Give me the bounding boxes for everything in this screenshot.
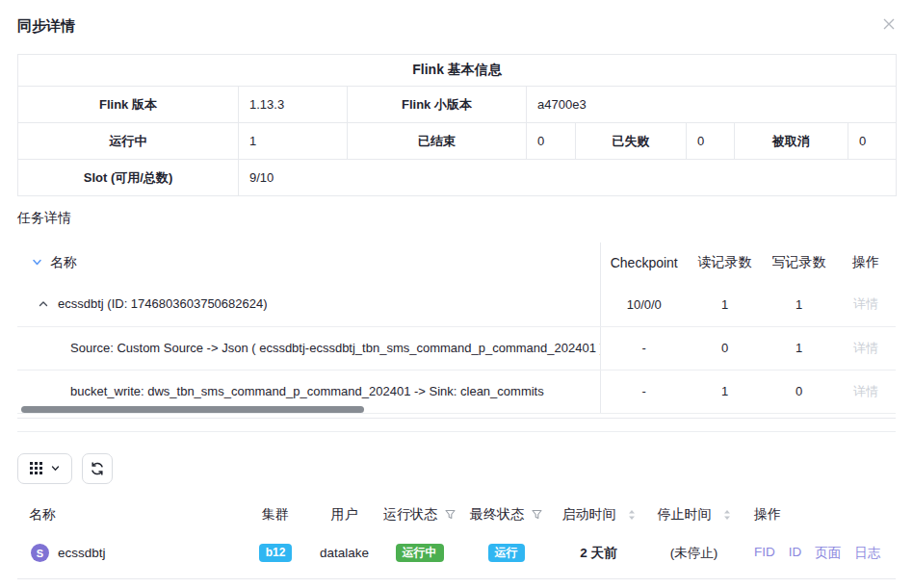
job-table-header-row: 名称 集群 用户 运行状态 最终状态 [17, 501, 896, 528]
refresh-button[interactable] [82, 453, 113, 484]
start-time: 2 天前 [552, 528, 645, 579]
task-table: 名称 Checkpoint 读记录数 写记录数 操作 ecssdbtj (ID:… [17, 243, 896, 414]
run-status-badge: 运行中 [396, 544, 444, 562]
task-col-write: 写记录数 [762, 243, 836, 283]
log-link[interactable]: 日志 [854, 545, 880, 562]
task-read-count: 1 [688, 370, 762, 413]
job-col-final-status: 最终状态 [470, 506, 524, 524]
chevron-up-icon[interactable] [38, 298, 49, 310]
job-col-name: 名称 [17, 501, 241, 528]
toolbar [17, 453, 896, 484]
job-col-cluster: 集群 [241, 501, 310, 528]
table-row: ecssdbtj (ID: 1746803603750682624) 10/0/… [17, 283, 896, 326]
task-name: Source: Custom Source -> Json ( ecssdbtj… [17, 326, 600, 370]
task-table-wrap: 名称 Checkpoint 读记录数 写记录数 操作 ecssdbtj (ID:… [17, 243, 896, 419]
flink-info-table: Flink 基本信息 Flink 版本 1.13.3 Flink 小版本 a47… [17, 54, 897, 196]
task-write-count: 1 [762, 283, 836, 326]
failed-value: 0 [687, 123, 735, 160]
finished-value: 0 [527, 123, 576, 160]
failed-label: 已失败 [576, 123, 687, 160]
task-checkpoint: 10/0/0 [600, 283, 688, 326]
running-label: 运行中 [18, 123, 239, 160]
job-col-run-status: 运行状态 [383, 506, 437, 524]
job-table: 名称 集群 用户 运行状态 最终状态 [17, 501, 896, 580]
filter-funnel-icon[interactable] [532, 509, 542, 520]
job-col-stop-time: 停止时间 [658, 506, 712, 524]
sort-carets-icon[interactable] [628, 509, 636, 521]
flink-version-value: 1.13.3 [239, 87, 348, 123]
close-icon[interactable] [881, 16, 897, 32]
finished-label: 已结束 [348, 123, 527, 160]
avatar: S [31, 544, 49, 562]
task-detail-link[interactable]: 详情 [836, 326, 896, 370]
column-settings-button[interactable] [17, 453, 72, 484]
sort-carets-icon[interactable] [723, 509, 731, 521]
task-table-header-row: 名称 Checkpoint 读记录数 写记录数 操作 [17, 243, 896, 283]
task-checkpoint: - [600, 370, 688, 413]
job-col-user: 用户 [310, 501, 378, 528]
task-checkpoint: - [600, 326, 688, 370]
filter-funnel-icon[interactable] [445, 509, 456, 520]
job-col-start-time: 启动时间 [562, 506, 616, 524]
task-detail-link[interactable]: 详情 [836, 370, 896, 413]
horizontal-scrollbar[interactable] [21, 406, 364, 413]
table-row: Source: Custom Source -> Json ( ecssdbtj… [17, 326, 896, 370]
flink-version-label: Flink 版本 [18, 87, 239, 123]
task-col-action: 操作 [836, 243, 896, 283]
flink-info-title: Flink 基本信息 [18, 55, 897, 87]
grid-icon [30, 462, 42, 474]
cluster-tag: b12 [259, 544, 293, 562]
table-row: S ecssdbtj b12 datalake 运行中 运行 2 天前 (未停止… [17, 528, 896, 579]
section-divider [17, 431, 896, 432]
modal-header: 同步详情 [0, 0, 913, 36]
job-user: datalake [310, 528, 378, 579]
canceled-label: 被取消 [735, 123, 848, 160]
task-read-count: 0 [688, 326, 762, 370]
page-link[interactable]: 页面 [815, 545, 841, 562]
id-link[interactable]: ID [789, 545, 802, 562]
task-details-title: 任务详情 [17, 210, 896, 227]
task-read-count: 1 [688, 283, 762, 326]
task-name: ecssdbtj (ID: 1746803603750682624) [58, 296, 268, 311]
task-col-read: 读记录数 [688, 243, 762, 283]
task-col-checkpoint: Checkpoint [600, 243, 688, 283]
task-col-name: 名称 [50, 254, 77, 271]
job-name: ecssdbtj [58, 546, 106, 560]
task-detail-link[interactable]: 详情 [836, 283, 896, 326]
page-title: 同步详情 [17, 17, 896, 36]
flink-minor-version-label: Flink 小版本 [348, 87, 527, 123]
task-write-count: 0 [762, 370, 836, 413]
running-value: 1 [239, 123, 348, 160]
final-status-badge: 运行 [488, 544, 525, 562]
fid-link[interactable]: FID [754, 545, 775, 562]
task-write-count: 1 [762, 326, 836, 370]
chevron-down-icon [50, 463, 61, 473]
canceled-value: 0 [848, 123, 897, 160]
stop-time: (未停止) [645, 528, 743, 579]
slot-value: 9/10 [239, 160, 897, 196]
flink-minor-version-value: a4700e3 [527, 87, 897, 123]
job-col-action: 操作 [743, 501, 896, 528]
chevron-down-icon[interactable] [31, 256, 43, 268]
refresh-icon [90, 461, 105, 476]
slot-label: Slot (可用/总数) [18, 160, 239, 196]
